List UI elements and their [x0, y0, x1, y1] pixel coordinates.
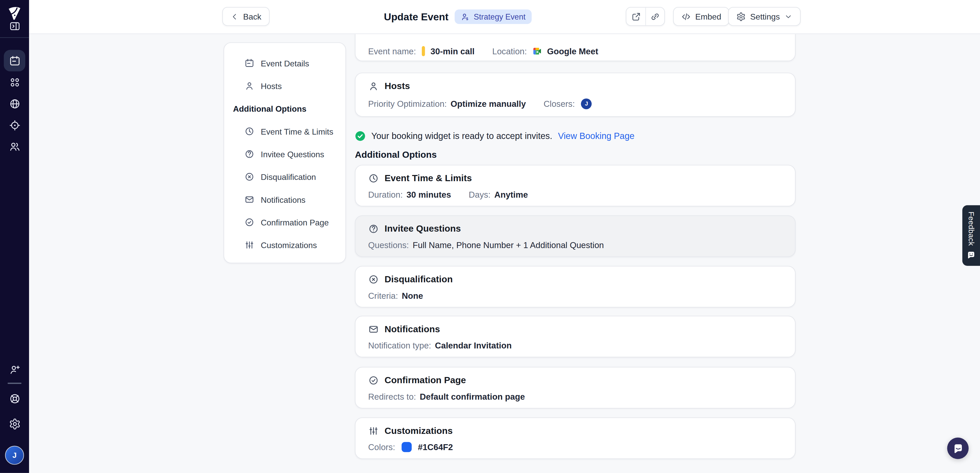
notification-type-label: Notification type: [368, 341, 431, 350]
event-type-badge: $ Strategy Event [455, 10, 532, 24]
location-value: Google Meet [547, 46, 598, 56]
days-value: Anytime [495, 190, 528, 199]
nav-item-event-time-limits[interactable]: Event Time & Limits [224, 120, 345, 143]
customizations-card[interactable]: Customizations Colors: #1C64F2 [355, 417, 796, 459]
embed-button-label: Embed [695, 11, 721, 21]
mail-icon [368, 323, 379, 334]
feedback-tab[interactable]: Feedback [962, 205, 980, 266]
event-time-limits-card[interactable]: Event Time & Limits Duration: 30 minutes… [355, 165, 796, 206]
rail-item-target-icon[interactable] [4, 114, 25, 135]
open-booking-page-button[interactable] [627, 8, 646, 25]
closer-avatar: J [581, 98, 592, 109]
rail-item-settings-gear-icon[interactable] [4, 413, 25, 435]
external-link-icon [631, 11, 641, 21]
criteria-value: None [402, 291, 423, 300]
duration-label: Duration: [368, 190, 402, 199]
title-group: Update Event $ Strategy Event [384, 0, 532, 33]
nav-item-label: Customizations [261, 240, 317, 250]
disqualification-card[interactable]: Disqualification Criteria: None [355, 266, 796, 307]
feedback-smiley-chat-icon [967, 251, 975, 260]
nav-item-disqualification[interactable]: Disqualification [224, 166, 345, 188]
redirects-to-label: Redirects to: [368, 392, 416, 401]
clock-icon [245, 126, 255, 136]
invitee-questions-card[interactable]: Invitee Questions Questions: Full Name, … [355, 215, 796, 257]
questions-label: Questions: [368, 240, 409, 250]
help-circle-icon [368, 223, 379, 234]
event-details-card[interactable]: Event name: 30-min call Location: Google… [355, 33, 796, 61]
user-icon [245, 81, 255, 91]
duration-value: 30 minutes [407, 190, 451, 199]
svg-text:$: $ [466, 16, 468, 21]
rail-item-team-users-icon[interactable] [4, 136, 25, 157]
nav-item-label: Event Time & Limits [261, 127, 333, 136]
nav-item-event-details[interactable]: Event Details [224, 52, 345, 74]
hosts-card[interactable]: Hosts Priority Optimization: Optimize ma… [355, 73, 796, 117]
event-type-badge-label: Strategy Event [474, 12, 525, 21]
nav-item-notifications[interactable]: Notifications [224, 188, 345, 211]
nav-item-label: Invitee Questions [261, 149, 324, 159]
chevron-down-icon [784, 12, 792, 21]
rail-item-help-lifebuoy-icon[interactable] [4, 388, 25, 409]
nav-item-label: Confirmation Page [261, 217, 329, 227]
calendar-icon [245, 58, 255, 68]
sliders-icon [368, 425, 379, 436]
criteria-label: Criteria: [368, 291, 398, 300]
card-title: Notifications [385, 324, 440, 334]
nav-item-label: Event Details [261, 59, 309, 68]
view-booking-page-link[interactable]: View Booking Page [558, 131, 635, 141]
feedback-tab-label: Feedback [967, 212, 975, 246]
sidebar-collapse-icon[interactable] [5, 16, 24, 35]
embed-button[interactable]: Embed [673, 7, 730, 26]
color-swatch [401, 442, 412, 452]
page-header: Back Update Event $ Strategy Event [29, 0, 980, 34]
sliders-icon [245, 240, 255, 250]
mail-icon [245, 194, 255, 205]
confirmation-page-card[interactable]: Confirmation Page Redirects to: Default … [355, 367, 796, 409]
priority-optimization-label: Priority Optimization: [368, 99, 447, 108]
nav-item-confirmation-page[interactable]: Confirmation Page [224, 211, 345, 234]
card-title: Hosts [385, 81, 410, 91]
success-check-icon [355, 131, 366, 141]
x-circle-icon [368, 274, 379, 285]
rail-item-apps-grid-icon[interactable] [4, 71, 25, 92]
nav-item-customizations[interactable]: Customizations [224, 234, 345, 256]
section-nav-card: Event Details Hosts Additional Options E… [224, 42, 346, 263]
google-meet-icon [532, 46, 542, 56]
rail-item-invite-user-plus-icon[interactable] [4, 359, 25, 380]
notification-type-value: Calendar Invitation [435, 341, 512, 350]
card-title: Disqualification [385, 274, 453, 284]
app-root: J Back Update Event $ Strategy Event [0, 0, 980, 473]
chevron-left-icon [231, 12, 239, 21]
back-button-label: Back [243, 11, 261, 21]
event-name-value: 30-min call [431, 46, 474, 56]
chat-launcher-button[interactable] [947, 438, 969, 459]
notifications-card[interactable]: Notifications Notification type: Calenda… [355, 316, 796, 357]
user-avatar[interactable]: J [5, 446, 24, 465]
page-title: Update Event [384, 11, 449, 22]
nav-item-hosts[interactable]: Hosts [224, 75, 345, 97]
user-icon [368, 81, 379, 91]
quick-actions-group [626, 7, 665, 26]
rail-item-events-calendar-icon[interactable] [4, 50, 25, 71]
copy-link-button[interactable] [646, 8, 665, 25]
location-label: Location: [492, 46, 527, 56]
card-title: Confirmation Page [385, 375, 466, 385]
card-title: Event Time & Limits [385, 173, 472, 183]
nav-item-label: Hosts [261, 81, 282, 91]
back-button[interactable]: Back [222, 7, 270, 26]
color-hex-value: #1C64F2 [418, 443, 453, 452]
booking-status-banner: Your booking widget is ready to accept i… [355, 129, 635, 142]
user-dollar-icon: $ [461, 12, 470, 21]
content-area: Event Details Hosts Additional Options E… [29, 33, 980, 473]
nav-item-invitee-questions[interactable]: Invitee Questions [224, 143, 345, 166]
rail-item-globe-icon[interactable] [4, 93, 25, 114]
event-name-label: Event name: [368, 46, 416, 56]
card-title: Customizations [385, 426, 453, 436]
redirects-to-value: Default confirmation page [420, 392, 525, 401]
closers-label: Closers: [544, 99, 575, 108]
settings-button[interactable]: Settings [728, 7, 800, 26]
clock-icon [368, 173, 379, 183]
nav-item-label: Disqualification [261, 172, 316, 182]
booking-status-message: Your booking widget is ready to accept i… [371, 131, 552, 141]
colors-label: Colors: [368, 443, 395, 452]
